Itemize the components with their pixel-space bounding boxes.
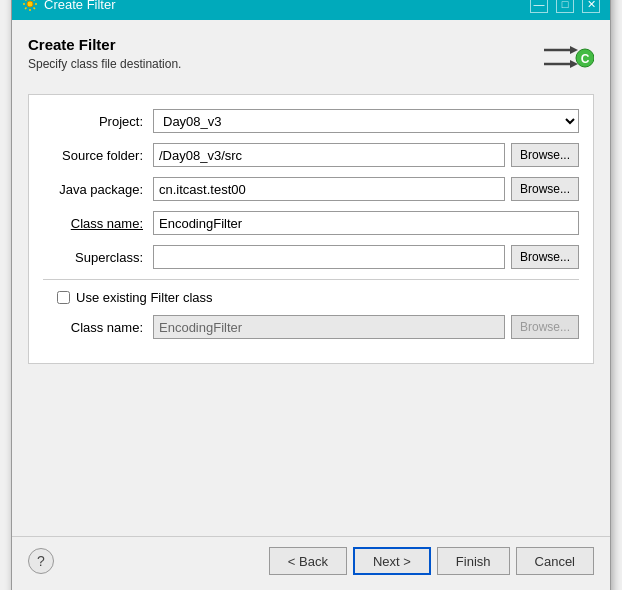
use-existing-label[interactable]: Use existing Filter class bbox=[76, 290, 213, 305]
title-bar: Create Filter — □ ✕ bbox=[12, 0, 610, 20]
svg-marker-2 bbox=[570, 46, 578, 54]
svg-text:C: C bbox=[581, 52, 590, 66]
project-label: Project: bbox=[43, 114, 153, 129]
class-name2-browse-button[interactable]: Browse... bbox=[511, 315, 579, 339]
nav-buttons: < Back Next > Finish Cancel bbox=[269, 547, 594, 575]
minimize-button[interactable]: — bbox=[530, 0, 548, 13]
close-button[interactable]: ✕ bbox=[582, 0, 600, 13]
dialog-title: Create Filter bbox=[28, 36, 181, 53]
title-bar-left: Create Filter bbox=[22, 0, 116, 12]
source-folder-label: Source folder: bbox=[43, 148, 153, 163]
header-text: Create Filter Specify class file destina… bbox=[28, 36, 181, 71]
form-area: Project: Day08_v3 Source folder: Browse.… bbox=[28, 94, 594, 364]
divider bbox=[43, 279, 579, 280]
button-bar: ? < Back Next > Finish Cancel bbox=[12, 536, 610, 587]
wizard-icon: C bbox=[542, 36, 594, 80]
back-button[interactable]: < Back bbox=[269, 547, 347, 575]
source-folder-input[interactable] bbox=[153, 143, 505, 167]
java-package-row: Java package: Browse... bbox=[43, 177, 579, 201]
svg-point-0 bbox=[27, 1, 33, 7]
gear-icon bbox=[22, 0, 38, 12]
cancel-button[interactable]: Cancel bbox=[516, 547, 594, 575]
finish-button[interactable]: Finish bbox=[437, 547, 510, 575]
class-name-row: Class name: bbox=[43, 211, 579, 235]
title-bar-controls: — □ ✕ bbox=[530, 0, 600, 13]
restore-button[interactable]: □ bbox=[556, 0, 574, 13]
java-package-label: Java package: bbox=[43, 182, 153, 197]
class-name2-row: Class name: Browse... bbox=[43, 315, 579, 339]
project-select[interactable]: Day08_v3 bbox=[153, 109, 579, 133]
class-name-label: Class name: bbox=[43, 216, 153, 231]
class-name2-input[interactable] bbox=[153, 315, 505, 339]
class-name2-label: Class name: bbox=[43, 320, 153, 335]
create-filter-window: Create Filter — □ ✕ Create Filter Specif… bbox=[11, 0, 611, 590]
java-package-input[interactable] bbox=[153, 177, 505, 201]
superclass-browse-button[interactable]: Browse... bbox=[511, 245, 579, 269]
next-button[interactable]: Next > bbox=[353, 547, 431, 575]
header-icon: C bbox=[542, 36, 594, 80]
empty-area bbox=[28, 364, 594, 524]
superclass-input[interactable] bbox=[153, 245, 505, 269]
project-row: Project: Day08_v3 bbox=[43, 109, 579, 133]
window-title: Create Filter bbox=[44, 0, 116, 12]
use-existing-row: Use existing Filter class bbox=[57, 290, 579, 305]
header-section: Create Filter Specify class file destina… bbox=[28, 36, 594, 80]
superclass-row: Superclass: Browse... bbox=[43, 245, 579, 269]
dialog-content: Create Filter Specify class file destina… bbox=[12, 20, 610, 536]
dialog-subtitle: Specify class file destination. bbox=[28, 57, 181, 71]
use-existing-checkbox[interactable] bbox=[57, 291, 70, 304]
superclass-label: Superclass: bbox=[43, 250, 153, 265]
class-name-input[interactable] bbox=[153, 211, 579, 235]
help-button[interactable]: ? bbox=[28, 548, 54, 574]
java-package-browse-button[interactable]: Browse... bbox=[511, 177, 579, 201]
source-folder-browse-button[interactable]: Browse... bbox=[511, 143, 579, 167]
source-folder-row: Source folder: Browse... bbox=[43, 143, 579, 167]
